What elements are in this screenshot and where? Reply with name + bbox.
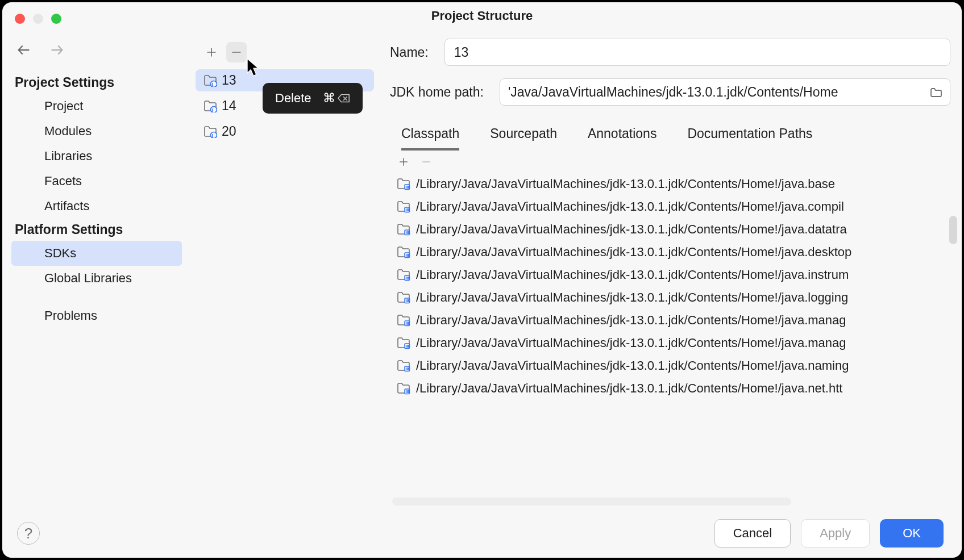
help-button[interactable]: ?: [17, 522, 40, 545]
ok-button[interactable]: OK: [880, 519, 944, 548]
classpath-item-path: /Library/Java/JavaVirtualMachines/jdk-13…: [416, 268, 849, 282]
project-structure-dialog: Project Structure Project SettingsProjec…: [2, 2, 962, 558]
name-row: Name:: [390, 39, 950, 66]
classpath-item-path: /Library/Java/JavaVirtualMachines/jdk-13…: [416, 222, 847, 237]
classpath-list: /Library/Java/JavaVirtualMachines/jdk-13…: [390, 173, 950, 494]
tooltip-shortcut: ⌘: [323, 91, 350, 106]
maximize-window-button[interactable]: [51, 14, 61, 24]
vertical-scrollbar[interactable]: [949, 216, 957, 244]
window-title: Project Structure: [431, 9, 533, 23]
content: Project SettingsProjectModulesLibrariesF…: [2, 30, 962, 509]
library-folder-icon: [397, 360, 410, 372]
section-project-settings: Project Settings: [2, 72, 191, 94]
footer-buttons: Cancel Apply OK: [714, 519, 944, 548]
back-icon[interactable]: [16, 42, 32, 56]
titlebar: Project Structure: [2, 2, 962, 30]
tab-sourcepath[interactable]: Sourcepath: [490, 126, 557, 151]
sidebar-item-global-libraries[interactable]: Global Libraries: [2, 266, 191, 291]
remove-classpath-button[interactable]: [419, 155, 433, 169]
minimize-window-button[interactable]: [33, 14, 43, 24]
classpath-item-path: /Library/Java/JavaVirtualMachines/jdk-13…: [416, 358, 849, 373]
classpath-item-path: /Library/Java/JavaVirtualMachines/jdk-13…: [416, 336, 846, 350]
path-row: JDK home path: 'Java/JavaVirtualMachines…: [390, 78, 950, 106]
classpath-item[interactable]: /Library/Java/JavaVirtualMachines/jdk-13…: [397, 381, 946, 396]
forward-icon[interactable]: [49, 42, 65, 56]
classpath-item[interactable]: /Library/Java/JavaVirtualMachines/jdk-13…: [397, 336, 946, 350]
close-window-button[interactable]: [15, 14, 25, 24]
classpath-item-path: /Library/Java/JavaVirtualMachines/jdk-13…: [416, 290, 848, 305]
jdk-folder-icon: [203, 100, 217, 112]
tooltip-label: Delete: [275, 91, 311, 106]
footer: ? Cancel Apply OK: [2, 509, 962, 558]
add-sdk-button[interactable]: [201, 42, 222, 62]
browse-folder-icon[interactable]: [929, 86, 943, 98]
sidebar: Project SettingsProjectModulesLibrariesF…: [2, 30, 191, 509]
library-folder-icon: [397, 246, 410, 258]
remove-sdk-button[interactable]: [226, 42, 247, 62]
library-folder-icon: [397, 291, 410, 304]
cancel-button[interactable]: Cancel: [714, 519, 791, 548]
apply-button[interactable]: Apply: [801, 519, 870, 548]
jdk-path-text: 'Java/JavaVirtualMachines/jdk-13.0.1.jdk…: [508, 85, 924, 100]
tab-documentation-paths[interactable]: Documentation Paths: [687, 126, 812, 151]
tab-annotations[interactable]: Annotations: [588, 126, 656, 151]
sdk-tabs: ClasspathSourcepathAnnotationsDocumentat…: [401, 126, 950, 151]
library-folder-icon: [397, 178, 410, 190]
classpath-item[interactable]: /Library/Java/JavaVirtualMachines/jdk-13…: [397, 313, 946, 328]
classpath-item-path: /Library/Java/JavaVirtualMachines/jdk-13…: [416, 381, 842, 396]
jdk-path-label: JDK home path:: [390, 85, 484, 100]
sidebar-item-libraries[interactable]: Libraries: [2, 144, 191, 169]
classpath-item-path: /Library/Java/JavaVirtualMachines/jdk-13…: [416, 199, 844, 214]
backspace-icon: [338, 93, 350, 103]
sidebar-item-sdks[interactable]: SDKs: [11, 241, 182, 266]
detail-panel: Name: JDK home path: 'Java/JavaVirtualMa…: [379, 30, 962, 509]
sdk-item-label: 20: [222, 124, 236, 139]
classpath-item[interactable]: /Library/Java/JavaVirtualMachines/jdk-13…: [397, 358, 946, 373]
sidebar-item-artifacts[interactable]: Artifacts: [2, 194, 191, 219]
sidebar-item-facets[interactable]: Facets: [2, 169, 191, 194]
library-folder-icon: [397, 314, 410, 327]
shortcut-cmd: ⌘: [323, 91, 335, 106]
jdk-folder-icon: [203, 126, 217, 138]
sidebar-item-modules[interactable]: Modules: [2, 119, 191, 144]
horizontal-scrollbar[interactable]: [392, 498, 791, 505]
delete-tooltip: Delete ⌘: [263, 83, 363, 114]
library-folder-icon: [397, 200, 410, 213]
classpath-item[interactable]: /Library/Java/JavaVirtualMachines/jdk-13…: [397, 245, 946, 260]
name-label: Name:: [390, 45, 429, 60]
classpath-item[interactable]: /Library/Java/JavaVirtualMachines/jdk-13…: [397, 290, 946, 305]
classpath-item[interactable]: /Library/Java/JavaVirtualMachines/jdk-13…: [397, 177, 946, 191]
sdk-item-label: 13: [222, 73, 236, 88]
section-platform-settings: Platform Settings: [2, 219, 191, 241]
sdk-item-label: 14: [222, 98, 236, 114]
classpath-item-path: /Library/Java/JavaVirtualMachines/jdk-13…: [416, 313, 846, 328]
jdk-folder-icon: [203, 74, 217, 87]
library-folder-icon: [397, 269, 410, 281]
traffic-lights: [15, 14, 61, 24]
library-folder-icon: [397, 337, 410, 349]
tab-classpath[interactable]: Classpath: [401, 126, 459, 151]
jdk-path-field[interactable]: 'Java/JavaVirtualMachines/jdk-13.0.1.jdk…: [500, 78, 950, 106]
sidebar-item-problems[interactable]: Problems: [2, 303, 191, 328]
add-classpath-button[interactable]: [397, 155, 410, 169]
library-folder-icon: [397, 223, 410, 236]
library-folder-icon: [397, 382, 410, 395]
sdk-toolbar: [191, 36, 379, 68]
sdk-item[interactable]: 20: [196, 120, 374, 143]
nav-back-forward: [2, 42, 191, 56]
classpath-item[interactable]: /Library/Java/JavaVirtualMachines/jdk-13…: [397, 268, 946, 282]
classpath-item-path: /Library/Java/JavaVirtualMachines/jdk-13…: [416, 245, 851, 260]
classpath-toolbar: [390, 151, 950, 173]
classpath-item-path: /Library/Java/JavaVirtualMachines/jdk-13…: [416, 177, 835, 191]
classpath-item[interactable]: /Library/Java/JavaVirtualMachines/jdk-13…: [397, 222, 946, 237]
classpath-item[interactable]: /Library/Java/JavaVirtualMachines/jdk-13…: [397, 199, 946, 214]
sdk-name-input[interactable]: [444, 39, 950, 66]
sidebar-item-project[interactable]: Project: [2, 94, 191, 119]
sdk-list: 131420: [191, 68, 379, 509]
